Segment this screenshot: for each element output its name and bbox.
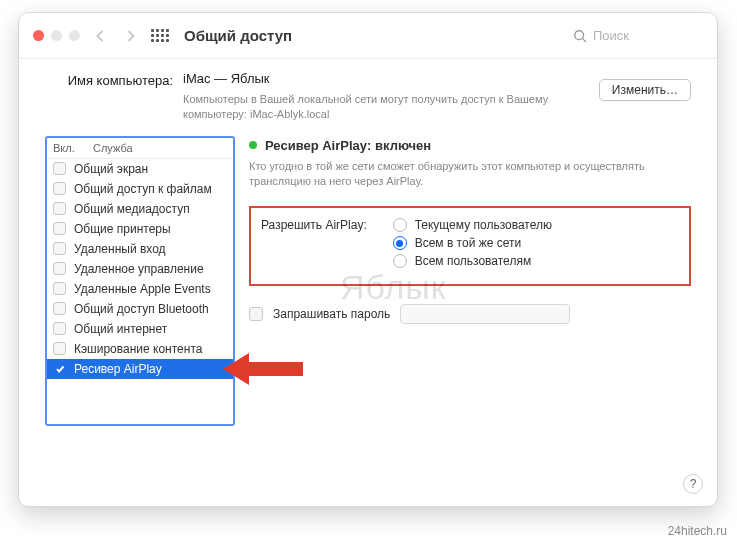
service-checkbox[interactable] <box>53 282 66 295</box>
list-item[interactable]: Общий доступ к файлам <box>47 179 233 199</box>
forward-button[interactable] <box>120 24 140 48</box>
svg-line-1 <box>583 38 587 42</box>
window-controls <box>33 30 80 41</box>
list-item[interactable]: Общий интернет <box>47 319 233 339</box>
back-button[interactable] <box>90 24 110 48</box>
service-label: Общий доступ Bluetooth <box>74 302 209 316</box>
service-checkbox[interactable] <box>53 162 66 175</box>
computer-name-label: Имя компьютера: <box>45 71 173 88</box>
svg-point-0 <box>575 30 584 39</box>
status-line: Ресивер AirPlay: включен <box>249 138 691 153</box>
service-checkbox[interactable] <box>53 302 66 315</box>
computer-name-value: iMac — Яблык <box>183 71 270 86</box>
service-checkbox[interactable] <box>53 262 66 275</box>
zoom-window-icon[interactable] <box>69 30 80 41</box>
radio-row[interactable]: Текущему пользователю <box>393 218 552 232</box>
radio-label: Текущему пользователю <box>415 218 552 232</box>
list-item[interactable]: Удаленный вход <box>47 239 233 259</box>
content-area: Имя компьютера: iMac — Яблык Компьютеры … <box>19 59 717 506</box>
titlebar: Общий доступ Поиск <box>19 13 717 59</box>
service-label: Удаленное управление <box>74 262 204 276</box>
password-input[interactable] <box>400 304 570 324</box>
source-credit: 24hitech.ru <box>668 524 727 538</box>
service-checkbox[interactable] <box>53 362 66 375</box>
main-split: Вкл. Служба Общий экранОбщий доступ к фа… <box>45 136 691 426</box>
service-checkbox[interactable] <box>53 322 66 335</box>
service-label: Удаленный вход <box>74 242 166 256</box>
search-placeholder: Поиск <box>593 28 629 43</box>
services-list[interactable]: Вкл. Служба Общий экранОбщий доступ к фа… <box>45 136 235 426</box>
status-description: Кто угодно в той же сети сможет обнаружи… <box>249 159 679 189</box>
require-password-checkbox[interactable] <box>249 307 263 321</box>
help-button[interactable]: ? <box>683 474 703 494</box>
radio-row[interactable]: Всем в той же сети <box>393 236 552 250</box>
computer-name-hint: Компьютеры в Вашей локальной сети могут … <box>183 92 563 122</box>
allow-airplay-group: Разрешить AirPlay: Текущему пользователю… <box>249 206 691 286</box>
services-col-service: Служба <box>93 142 133 154</box>
service-label: Общий экран <box>74 162 148 176</box>
service-label: Общие принтеры <box>74 222 171 236</box>
annotation-arrow-icon <box>223 350 303 391</box>
window-title: Общий доступ <box>184 27 292 44</box>
radio-icon[interactable] <box>393 218 407 232</box>
search-input[interactable]: Поиск <box>573 28 703 43</box>
edit-button[interactable]: Изменить… <box>599 79 691 101</box>
service-checkbox[interactable] <box>53 242 66 255</box>
require-password-label: Запрашивать пароль <box>273 307 390 321</box>
services-col-on: Вкл. <box>53 142 83 154</box>
list-item[interactable]: Удаленные Apple Events <box>47 279 233 299</box>
list-item[interactable]: Кэширование контента <box>47 339 233 359</box>
list-item[interactable]: Удаленное управление <box>47 259 233 279</box>
status-title: Ресивер AirPlay: включен <box>265 138 431 153</box>
service-label: Удаленные Apple Events <box>74 282 211 296</box>
radio-label: Всем пользователям <box>415 254 532 268</box>
service-label: Общий медиадоступ <box>74 202 190 216</box>
service-checkbox[interactable] <box>53 182 66 195</box>
service-label: Кэширование контента <box>74 342 202 356</box>
service-label: Общий доступ к файлам <box>74 182 212 196</box>
grid-icon <box>151 29 169 42</box>
search-icon <box>573 29 587 43</box>
service-checkbox[interactable] <box>53 202 66 215</box>
radio-icon[interactable] <box>393 254 407 268</box>
svg-marker-2 <box>223 353 303 385</box>
list-item[interactable]: Общие принтеры <box>47 219 233 239</box>
computer-name-row: Имя компьютера: iMac — Яблык <box>45 71 691 88</box>
service-label: Ресивер AirPlay <box>74 362 162 376</box>
service-label: Общий интернет <box>74 322 167 336</box>
require-password-row: Запрашивать пароль <box>249 304 691 324</box>
list-item[interactable]: Общий экран <box>47 159 233 179</box>
minimize-window-icon[interactable] <box>51 30 62 41</box>
radio-row[interactable]: Всем пользователям <box>393 254 552 268</box>
show-all-button[interactable] <box>150 24 170 48</box>
list-item[interactable]: Общий доступ Bluetooth <box>47 299 233 319</box>
radio-label: Всем в той же сети <box>415 236 522 250</box>
list-item[interactable]: Ресивер AirPlay <box>47 359 233 379</box>
preferences-window: Общий доступ Поиск Имя компьютера: iMac … <box>18 12 718 507</box>
service-checkbox[interactable] <box>53 222 66 235</box>
close-window-icon[interactable] <box>33 30 44 41</box>
service-checkbox[interactable] <box>53 342 66 355</box>
radio-icon[interactable] <box>393 236 407 250</box>
allow-airplay-label: Разрешить AirPlay: <box>261 218 389 232</box>
list-item[interactable]: Общий медиадоступ <box>47 199 233 219</box>
services-header: Вкл. Служба <box>47 138 233 159</box>
service-details: Ресивер AirPlay: включен Кто угодно в то… <box>249 136 691 426</box>
status-dot-icon <box>249 141 257 149</box>
